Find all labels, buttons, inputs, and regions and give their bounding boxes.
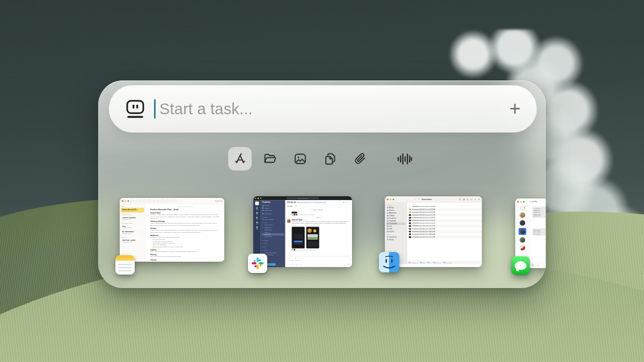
sidebar-toggle-icon[interactable] (131, 200, 134, 202)
path-crumb[interactable]: Macintosh HD (408, 262, 418, 263)
notes-app-icon[interactable] (115, 255, 135, 275)
mode-apps[interactable] (228, 147, 252, 171)
share-icon[interactable] (174, 200, 176, 202)
note-list-item-selected[interactable]: Kitchen Remodel Pla... 4:05 PM Scope & S… (121, 208, 144, 213)
conversation-avatar[interactable] (519, 237, 525, 242)
conversation-avatar[interactable] (519, 245, 525, 250)
sidebar-item-macos[interactable]: macOS (386, 230, 405, 233)
replies-link[interactable]: 4 replies (296, 249, 300, 250)
table-icon[interactable] (161, 200, 165, 202)
mode-attachments[interactable] (348, 147, 372, 171)
window-thumbnail-finder[interactable]: ‹ › Screenshots Favorites AirDrop (385, 196, 482, 267)
note-list-item[interactable]: Concrete contractor Monday Testing (121, 216, 144, 221)
sidebar-item-drafts[interactable]: Drafts & sent (261, 209, 286, 211)
back-forward-buttons[interactable]: ‹ › (415, 198, 420, 201)
slack-app-icon[interactable] (248, 254, 267, 273)
header-icons[interactable]: ◉ ⓘ ⋮ (343, 201, 350, 203)
thread-row[interactable]: 40 replies Last reply 2 days ago (291, 214, 350, 216)
note-link[interactable]: Undermount (152, 246, 159, 247)
traffic-lights[interactable] (122, 200, 129, 202)
add-attachment-icon[interactable]: + (531, 263, 534, 266)
section-mobile[interactable]: Mobile (261, 242, 286, 245)
to-field[interactable]: To: JoJo Nor (529, 201, 537, 203)
path-crumb[interactable]: Documents (432, 262, 442, 263)
rail-item-later[interactable]: Later (256, 221, 258, 225)
channel-topic-link[interactable]: https://www.notion.so/perplexity/Product… (297, 202, 327, 203)
add-button[interactable]: + (509, 99, 521, 119)
channel-name[interactable]: # design-sql (287, 201, 296, 203)
channel-item[interactable]: design-mode (261, 235, 286, 238)
media-icon[interactable] (166, 200, 169, 202)
task-input[interactable]: Start a task... + (109, 85, 537, 132)
conversation-avatar[interactable] (519, 220, 525, 226)
rail-item-home[interactable]: Home (256, 207, 258, 210)
compose-icon[interactable] (521, 206, 524, 210)
window-thumbnail-notes[interactable]: Search Today Kitchen Remodel Pla... 4:05… (120, 198, 224, 262)
date-divider-today[interactable]: Today⌄ (314, 216, 323, 219)
mode-clipboard[interactable] (318, 147, 342, 171)
conversation-avatar[interactable] (519, 212, 525, 218)
tags-icon[interactable] (471, 198, 472, 200)
share-icon[interactable] (467, 198, 469, 201)
gallery-view-icon[interactable] (139, 200, 141, 202)
rail-item-activity[interactable]: Activity (255, 217, 258, 220)
composer-actions[interactable]: ＋ Aa ☺ @ ✎ ⌗ (289, 263, 302, 265)
rail-item-dms[interactable]: DMs (256, 212, 258, 215)
sidebar-item-unreads[interactable]: All unreads (261, 212, 286, 215)
tab-add[interactable]: + (299, 205, 299, 207)
path-crumb[interactable]: Screenshots (442, 262, 452, 263)
traffic-lights[interactable] (517, 201, 525, 202)
compose-note-icon[interactable] (148, 200, 151, 202)
rail-item-more[interactable]: More (256, 226, 258, 230)
message-feed[interactable]: Tuesday, August 5th⌄ 40 replies Last rep… (285, 208, 352, 255)
thread-replies-link[interactable]: 40 replies (298, 214, 303, 215)
search-icon[interactable] (478, 198, 480, 200)
notes-search-field[interactable]: Search (215, 200, 223, 202)
messages-app-icon[interactable] (511, 256, 530, 275)
path-crumb[interactable]: p00 (426, 262, 431, 263)
chat-area[interactable]: Hey love! W come over t projects an dinn… (530, 205, 546, 268)
actions-gear-icon[interactable] (474, 198, 477, 200)
list-view-icon[interactable] (135, 200, 137, 202)
section-product[interactable]: Product (261, 239, 286, 241)
message-composer[interactable]: B I S ⎯ ⛓ ≡ ≡ ⟨⟩ Message #design-sql ＋ A… (287, 256, 350, 265)
message-input[interactable]: Hey (535, 263, 546, 267)
activity-icon (256, 217, 258, 219)
workspace-logo[interactable] (255, 202, 259, 205)
tab-messages[interactable]: Messages (287, 205, 293, 207)
format-toolbar[interactable]: B I S ⎯ ⛓ ≡ ≡ ⟨⟩ (289, 257, 349, 258)
reply-row[interactable]: 4 replies Last reply today at 2:18 PM (291, 249, 350, 250)
note-list-item[interactable]: June 7/7/25 Microwave (121, 225, 144, 230)
mode-files[interactable] (258, 147, 282, 171)
section-mdx[interactable]: MDX (261, 246, 286, 248)
finder-app-icon[interactable] (379, 252, 399, 272)
attachment-screenshot-2[interactable] (306, 227, 319, 249)
files-label[interactable]: 2 files (291, 225, 350, 226)
checklist-icon[interactable] (157, 200, 159, 202)
sidebar-item-shared[interactable]: Shared (386, 238, 405, 241)
format-icon[interactable] (153, 200, 155, 202)
mode-images[interactable] (288, 147, 312, 171)
sidebar-item-dm[interactable]: Henry Modisett (261, 218, 286, 220)
tab-pins[interactable]: Pins (295, 205, 297, 207)
traffic-lights[interactable] (387, 198, 394, 200)
note-list-item[interactable]: 457 Dawsonwick 7/5/25 Contractor (121, 230, 144, 235)
mode-voice[interactable] (392, 147, 416, 171)
traffic-lights[interactable] (255, 197, 261, 199)
window-thumbnail-slack[interactable]: Search Perplexity Home DMs Activity Late… (253, 196, 352, 267)
list-view-icon[interactable] (459, 198, 461, 200)
date-divider[interactable]: Tuesday, August 5th⌄ (311, 209, 326, 211)
group-view-icon[interactable] (463, 198, 465, 200)
avatar[interactable] (287, 219, 290, 223)
attachment-screenshot-1[interactable] (291, 227, 305, 249)
conversation-avatar-selected[interactable] (518, 228, 526, 235)
avatar (296, 214, 297, 216)
notes-editor[interactable]: August 14, 2025 at 4:05 PM Kitchen Remod… (145, 204, 224, 262)
path-crumb[interactable]: Users (419, 262, 426, 263)
file-row[interactable]: Screenshot 2025-08-13 at 5.28.10 PM (407, 236, 482, 239)
note-list-item[interactable]: Jana Tesla - painter 8/30/20 555-0134 (121, 239, 144, 243)
slack-search-bar[interactable]: Search Perplexity (287, 197, 319, 200)
send-icon[interactable]: ➤ (348, 263, 349, 265)
delete-note-icon[interactable] (143, 200, 146, 202)
lock-icon[interactable] (170, 200, 172, 202)
